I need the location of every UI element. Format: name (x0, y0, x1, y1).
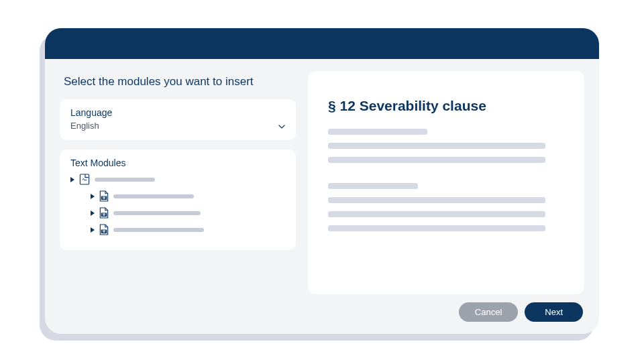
text-modules-card: Text Modules (60, 149, 296, 250)
modal-body: Select the modules you want to insert La… (45, 59, 599, 302)
modal-footer: Cancel Next (45, 302, 599, 334)
expand-icon (91, 194, 95, 199)
folder-icon (79, 174, 90, 185)
placeholder-line (113, 228, 204, 232)
placeholder-line (328, 143, 545, 149)
svg-text:W: W (103, 230, 106, 233)
placeholder-line (328, 183, 418, 189)
placeholder-line (328, 225, 545, 231)
text-modules-label: Text Modules (70, 158, 285, 168)
tree-item-row[interactable]: W (91, 207, 285, 219)
placeholder-line (113, 194, 194, 198)
pane-title: Select the modules you want to insert (64, 75, 296, 88)
expand-icon (70, 177, 74, 182)
next-button[interactable]: Next (525, 302, 583, 322)
placeholder-line (113, 211, 201, 215)
preview-title: § 12 Severability clause (328, 98, 564, 114)
cancel-button[interactable]: Cancel (459, 302, 518, 322)
svg-rect-0 (80, 174, 89, 184)
language-card: Language English (60, 99, 296, 140)
word-doc-icon: W (99, 224, 109, 235)
left-pane: Select the modules you want to insert La… (60, 71, 296, 294)
placeholder-line (328, 197, 545, 203)
placeholder-line (95, 178, 155, 182)
language-label: Language (70, 107, 285, 118)
placeholder-line (328, 211, 545, 217)
svg-text:W: W (103, 213, 106, 217)
expand-icon (91, 210, 95, 216)
language-select[interactable]: English (70, 121, 285, 131)
preview-pane: § 12 Severability clause (308, 71, 584, 294)
svg-text:W: W (103, 196, 106, 200)
tree-item-row[interactable]: W (91, 224, 285, 235)
chevron-down-icon (278, 121, 285, 131)
placeholder-line (328, 129, 427, 135)
placeholder-line (328, 157, 545, 163)
insert-modules-modal: Select the modules you want to insert La… (45, 28, 599, 334)
tree-item-row[interactable]: W (91, 190, 285, 202)
word-doc-icon: W (99, 207, 109, 219)
expand-icon (91, 227, 95, 233)
language-value: English (70, 121, 99, 131)
word-doc-icon: W (99, 190, 109, 202)
module-tree: W W (70, 174, 285, 235)
tree-folder-row[interactable] (70, 174, 285, 185)
modal-header-bar (45, 28, 599, 59)
